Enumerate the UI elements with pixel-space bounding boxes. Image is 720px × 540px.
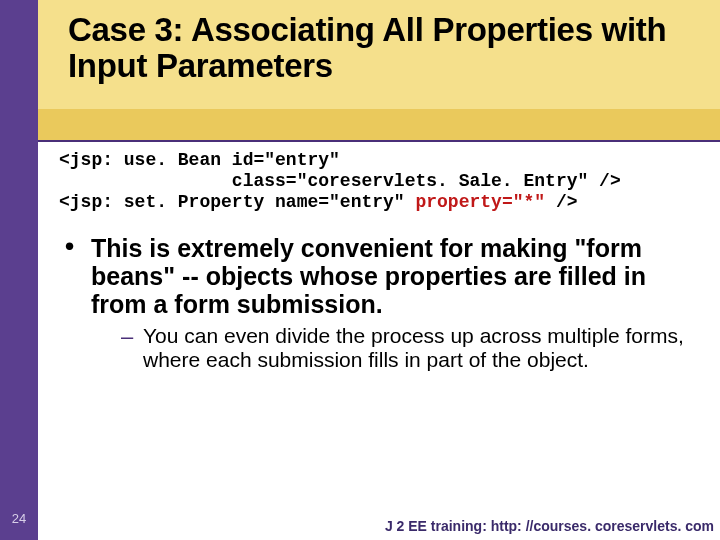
- code-highlight: property="*": [415, 192, 545, 212]
- bullet-item-1: This is extremely convenient for making …: [61, 234, 703, 373]
- bullet-list-level1: This is extremely convenient for making …: [61, 234, 703, 373]
- bullet-text-1: This is extremely convenient for making …: [91, 234, 646, 318]
- footer-text: J 2 EE training: http: //courses. corese…: [385, 518, 714, 534]
- bullet-item-2: You can even divide the process up acros…: [121, 324, 703, 373]
- page-number: 24: [7, 511, 31, 526]
- slide: Case 3: Associating All Properties with …: [0, 0, 720, 540]
- title-band: Case 3: Associating All Properties with …: [38, 0, 720, 142]
- bullet-text-2: You can even divide the process up acros…: [143, 324, 684, 371]
- code-line-1b: class="coreservlets. Sale. Entry" />: [59, 171, 621, 191]
- bullet-list-level2: You can even divide the process up acros…: [121, 324, 703, 373]
- content-area: <jsp: use. Bean id="entry" class="corese…: [55, 150, 703, 378]
- code-block: <jsp: use. Bean id="entry" class="corese…: [59, 150, 703, 214]
- code-line-2c: />: [545, 192, 577, 212]
- code-line-1a: <jsp: use. Bean id="entry": [59, 150, 340, 170]
- code-line-2a: <jsp: set. Property name="entry": [59, 192, 415, 212]
- left-accent-bar: [0, 0, 38, 540]
- slide-title: Case 3: Associating All Properties with …: [68, 12, 700, 83]
